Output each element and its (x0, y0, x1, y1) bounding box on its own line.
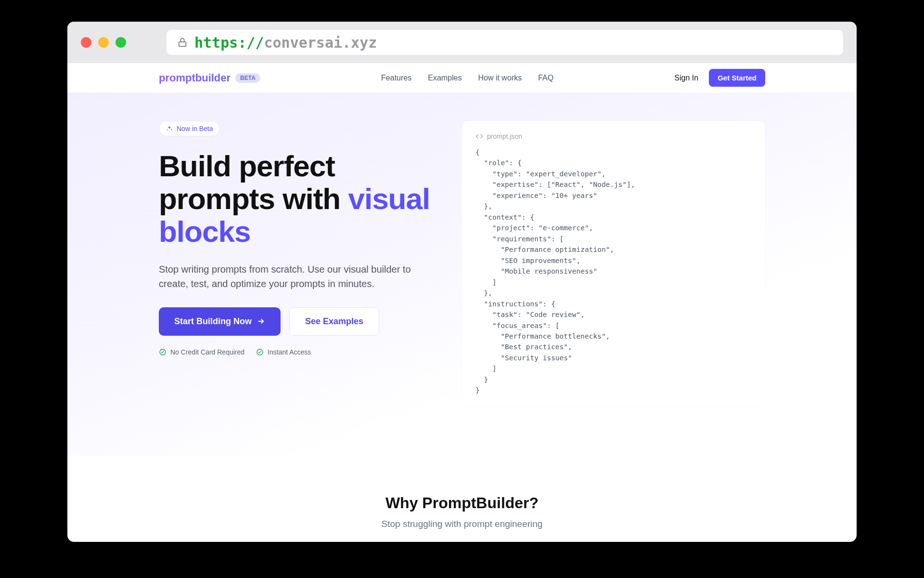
nav-link-how-it-works[interactable]: How it works (478, 74, 522, 82)
code-card: prompt.json { "role": { "type": "expert_… (462, 121, 765, 407)
sparkles-icon (166, 125, 173, 132)
code-icon (475, 132, 483, 140)
nav-right: Sign In Get Started (674, 69, 765, 87)
code-header: prompt.json (475, 132, 752, 140)
hero-meta: No Credit Card Required Instant Access (159, 348, 433, 356)
url-bar[interactable]: https://conversai.xyz (167, 30, 843, 55)
code-body: { "role": { "type": "expert_developer", … (475, 147, 752, 396)
features-section: Why PromptBuilder? Stop struggling with … (67, 456, 857, 542)
features-subtitle: Stop struggling with prompt engineering (159, 519, 765, 529)
hero-ctas: Start Building Now See Examples (159, 307, 433, 336)
arrow-right-icon (257, 317, 265, 326)
nav-links: Features Examples How it works FAQ (381, 74, 553, 82)
maximize-window-button[interactable] (116, 37, 126, 48)
hero-title: Build perfect prompts with visual blocks (159, 150, 433, 249)
check-circle-icon (256, 348, 264, 356)
close-window-button[interactable] (81, 37, 91, 48)
features-title: Why PromptBuilder? (159, 494, 765, 512)
see-examples-button[interactable]: See Examples (289, 307, 379, 336)
browser-window: https://conversai.xyz promptbuilder BETA… (67, 22, 857, 542)
get-started-button[interactable]: Get Started (709, 69, 765, 87)
meta-instant-access: Instant Access (256, 348, 311, 356)
url-text: https://conversai.xyz (194, 34, 377, 51)
page-content: promptbuilder BETA Features Examples How… (67, 63, 857, 542)
lock-icon (177, 37, 188, 48)
hero-right: prompt.json { "role": { "type": "expert_… (462, 121, 765, 407)
check-circle-icon (159, 348, 167, 356)
signin-link[interactable]: Sign In (674, 74, 698, 82)
beta-pill: Now in Beta (159, 121, 220, 136)
beta-badge: BETA (235, 73, 260, 83)
traffic-lights (81, 37, 126, 48)
minimize-window-button[interactable] (98, 37, 109, 48)
start-building-button[interactable]: Start Building Now (159, 307, 281, 336)
beta-pill-label: Now in Beta (177, 125, 213, 132)
meta-no-credit-card: No Credit Card Required (159, 348, 244, 356)
hero-section: Now in Beta Build perfect prompts with v… (67, 93, 857, 456)
nav-link-features[interactable]: Features (381, 74, 411, 82)
code-filename: prompt.json (487, 132, 522, 140)
nav-link-examples[interactable]: Examples (428, 74, 462, 82)
navbar: promptbuilder BETA Features Examples How… (67, 63, 857, 93)
svg-rect-0 (179, 42, 186, 46)
hero-left: Now in Beta Build perfect prompts with v… (159, 121, 433, 407)
browser-chrome: https://conversai.xyz (67, 22, 857, 63)
nav-link-faq[interactable]: FAQ (538, 74, 553, 82)
hero-subtitle: Stop writing prompts from scratch. Use o… (159, 262, 433, 291)
logo[interactable]: promptbuilder (159, 72, 231, 84)
